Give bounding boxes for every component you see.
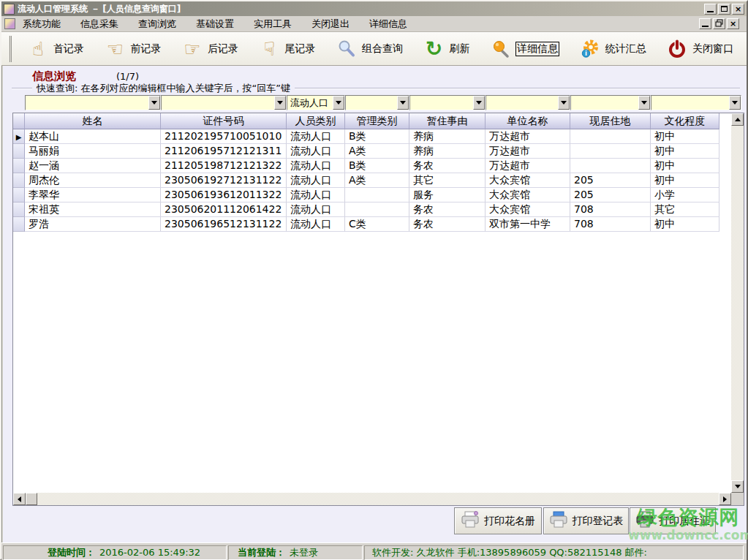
table-cell[interactable]: 万达超市 xyxy=(486,159,570,173)
table-cell[interactable]: 其它 xyxy=(651,203,719,217)
combo-dropdown-icon[interactable] xyxy=(333,96,344,110)
last-record-button[interactable]: ☟尾记录 xyxy=(257,37,319,61)
mdi-minimize-button[interactable] xyxy=(699,18,711,29)
table-cell[interactable]: 万达超市 xyxy=(486,144,570,159)
grid-header-cell[interactable]: 文化程度 xyxy=(651,113,719,129)
table-cell[interactable]: 流动人口 xyxy=(287,217,345,232)
menu-item[interactable]: 系统功能 xyxy=(23,18,61,31)
table-cell[interactable]: 230506201112061422 xyxy=(161,203,287,217)
table-cell[interactable]: 211205198712121322 xyxy=(161,159,287,173)
filter-combo-4[interactable] xyxy=(409,95,486,110)
table-cell[interactable] xyxy=(345,188,409,203)
close-button[interactable]: × xyxy=(732,4,744,15)
table-cell[interactable] xyxy=(345,203,409,217)
table-cell[interactable]: 周杰伦 xyxy=(25,173,161,188)
table-cell[interactable]: 小学 xyxy=(651,188,719,203)
table-cell[interactable]: 养病 xyxy=(409,144,486,159)
h-scroll-thumb[interactable] xyxy=(26,493,37,505)
table-cell[interactable]: 赵本山 xyxy=(25,129,161,144)
filter-combo-2[interactable]: 流动人口 xyxy=(287,95,345,110)
horizontal-scrollbar[interactable] xyxy=(13,493,731,505)
menu-item[interactable]: 信息采集 xyxy=(80,18,118,31)
minimize-button[interactable] xyxy=(704,4,717,15)
filter-combo-7[interactable] xyxy=(651,95,741,110)
table-cell[interactable]: 流动人口 xyxy=(287,144,345,159)
table-cell[interactable]: B类 xyxy=(345,159,409,173)
table-cell[interactable]: 初中 xyxy=(651,217,719,232)
print-residence-button[interactable]: 打印居住证 xyxy=(630,507,716,534)
table-cell[interactable] xyxy=(570,144,651,159)
table-row[interactable]: ▶赵本山211202195710051010流动人口B类养病万达超市初中 xyxy=(13,129,731,144)
refresh-button[interactable]: ↻刷新 xyxy=(421,37,473,61)
table-cell[interactable]: 205 xyxy=(570,173,651,188)
table-cell[interactable]: 初中 xyxy=(651,129,719,144)
table-cell[interactable]: 其它 xyxy=(409,173,486,188)
v-scroll-track[interactable] xyxy=(731,126,744,480)
table-cell[interactable]: 211206195712121311 xyxy=(161,144,287,159)
grid-header-cell[interactable]: 人员类别 xyxy=(287,113,345,129)
grid-header-cell[interactable]: 单位名称 xyxy=(486,113,570,129)
print-registration-button[interactable]: 打印登记表 xyxy=(543,507,629,534)
h-scroll-track[interactable] xyxy=(37,493,719,505)
stats-summary-button[interactable]: i统计汇总 xyxy=(577,37,649,61)
filter-combo-1[interactable] xyxy=(161,95,287,110)
combo-dropdown-icon[interactable] xyxy=(274,96,286,110)
menu-item[interactable]: 查询浏览 xyxy=(138,18,176,31)
table-row[interactable]: 李翠华230506193612011322流动人口服务大众宾馆205小学 xyxy=(13,188,731,203)
combo-query-button[interactable]: 组合查询 xyxy=(333,37,406,61)
table-cell[interactable]: 务农 xyxy=(409,159,486,173)
table-cell[interactable]: 流动人口 xyxy=(287,159,345,173)
table-cell[interactable]: 罗浩 xyxy=(25,217,161,232)
print-roster-button[interactable]: 打印花名册 xyxy=(454,507,542,534)
table-row[interactable]: 赵一涵211205198712121322流动人口B类务农万达超市初中 xyxy=(13,159,731,173)
grid-header-cell[interactable]: 姓名 xyxy=(25,113,161,129)
table-cell[interactable]: 养病 xyxy=(409,129,486,144)
table-row[interactable]: 马丽娟211206195712121311流动人口A类养病万达超市初中 xyxy=(13,144,731,159)
scroll-right-button[interactable] xyxy=(719,493,731,505)
table-cell[interactable]: 务农 xyxy=(409,203,486,217)
filter-combo-5[interactable] xyxy=(486,95,570,110)
table-cell[interactable]: 李翠华 xyxy=(25,188,161,203)
menu-item[interactable]: 关闭退出 xyxy=(311,18,350,31)
table-cell[interactable]: 宋祖英 xyxy=(25,203,161,217)
table-cell[interactable]: 708 xyxy=(570,217,651,232)
table-cell[interactable]: 赵一涵 xyxy=(25,159,161,173)
vertical-scrollbar[interactable] xyxy=(731,113,744,493)
table-cell[interactable]: 双市第一中学 xyxy=(486,217,570,232)
grid-header-cell[interactable]: 证件号码 xyxy=(161,113,287,129)
table-cell[interactable] xyxy=(570,129,651,144)
grid-header-cell[interactable]: 暂住事由 xyxy=(409,113,486,129)
table-cell[interactable]: A类 xyxy=(345,144,409,159)
combo-dropdown-icon[interactable] xyxy=(397,96,409,110)
table-row[interactable]: 周杰伦230506192712131122流动人口A类其它大众宾馆205初中 xyxy=(13,173,731,188)
combo-dropdown-icon[interactable] xyxy=(148,96,160,110)
table-cell[interactable]: 流动人口 xyxy=(287,173,345,188)
prev-record-button[interactable]: ☜前记录 xyxy=(102,37,165,61)
table-cell[interactable]: 服务 xyxy=(409,188,486,203)
mdi-close-button[interactable]: × xyxy=(727,18,739,29)
menu-item[interactable]: 基础设置 xyxy=(196,18,234,31)
scroll-up-button[interactable] xyxy=(731,113,744,126)
filter-combo-3[interactable] xyxy=(345,95,409,110)
table-cell[interactable]: 流动人口 xyxy=(287,188,345,203)
scroll-left-button[interactable] xyxy=(13,493,26,505)
table-cell[interactable] xyxy=(570,159,651,173)
table-cell[interactable]: 708 xyxy=(570,203,651,217)
table-cell[interactable]: A类 xyxy=(345,173,409,188)
table-row[interactable]: 宋祖英230506201112061422流动人口务农大众宾馆708其它 xyxy=(13,203,731,217)
first-record-button[interactable]: ☝首记录 xyxy=(25,37,87,61)
table-cell[interactable]: 211202195710051010 xyxy=(161,129,287,144)
combo-dropdown-icon[interactable] xyxy=(638,96,650,110)
table-cell[interactable]: 大众宾馆 xyxy=(486,203,570,217)
mdi-child-icon[interactable] xyxy=(4,18,15,29)
filter-combo-6[interactable] xyxy=(570,95,651,110)
table-cell[interactable]: 流动人口 xyxy=(287,129,345,144)
filter-combo-0[interactable] xyxy=(25,95,161,110)
detail-info-button[interactable]: 详细信息 xyxy=(488,37,562,61)
table-cell[interactable]: 万达超市 xyxy=(486,129,570,144)
table-cell[interactable]: 初中 xyxy=(651,173,719,188)
combo-dropdown-icon[interactable] xyxy=(558,96,570,110)
table-cell[interactable]: 务农 xyxy=(409,217,486,232)
table-cell[interactable]: 流动人口 xyxy=(287,203,345,217)
toolbar-grip[interactable] xyxy=(9,36,12,62)
